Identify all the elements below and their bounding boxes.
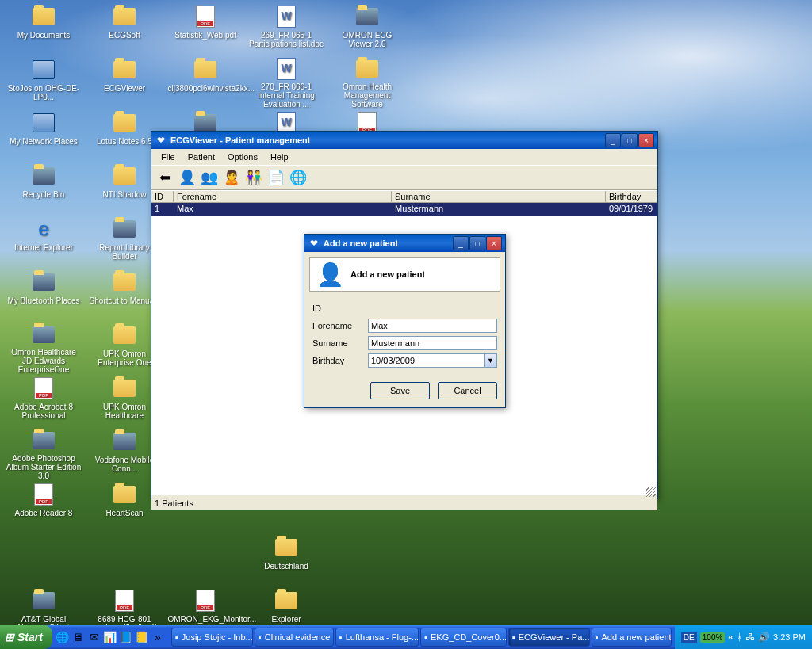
folder-icon (112, 269, 137, 295)
add-patient-dialog[interactable]: ❤ Add a new patient _ □ × 👤 Add a new pa… (304, 234, 506, 408)
resize-grip[interactable] (646, 487, 656, 497)
outlook-icon[interactable]: ✉ (87, 630, 102, 644)
desktop-item[interactable]: clj3800pcl6winvista2kx... (166, 57, 245, 109)
network-icon[interactable]: 🖧 (745, 632, 755, 643)
dialog-titlebar[interactable]: ❤ Add a new patient _ □ × (304, 235, 505, 252)
task-item-icon: ▪ (512, 632, 515, 642)
desktop-item[interactable]: Adobe Reader 8 (4, 482, 83, 533)
desktop-item-label: Omron Healthcare JD Edwards EnterpriseOn… (6, 348, 82, 374)
taskbar-item[interactable]: ▪ECGViewer - Pa... (508, 628, 590, 647)
quick-launch: 🌐 🖥 ✉ 📊 📘 📒 » (52, 630, 168, 644)
forename-input[interactable] (368, 319, 497, 333)
computer-icon (31, 110, 56, 136)
taskbar-item[interactable]: ▪Add a new patient (592, 628, 672, 647)
toolbar-user-group-icon[interactable]: 👫 (243, 167, 264, 188)
desktop-item[interactable]: ECGViewer (85, 57, 164, 109)
taskbar-item[interactable]: ▪EKG_CD_Cover0... (420, 628, 507, 647)
desktop-item[interactable]: Deutschland (247, 535, 326, 586)
desktop-icon[interactable]: 🖥 (71, 630, 86, 644)
desktop-item[interactable]: Recycle Bin (4, 163, 83, 215)
desktop-item[interactable]: Adobe Acrobat 8 Professional (4, 376, 83, 427)
desktop-item[interactable]: ECGSoft (85, 4, 164, 55)
folder-icon (112, 110, 137, 136)
titlebar[interactable]: ❤ ECGViewer - Patient management _ □ × (151, 132, 657, 149)
menu-patient[interactable]: Patient (182, 151, 221, 163)
save-button[interactable]: Save (370, 382, 430, 399)
menu-help[interactable]: Help (264, 151, 295, 163)
language-indicator[interactable]: DE (681, 632, 697, 643)
close-button[interactable]: × (638, 133, 654, 147)
desktop-item[interactable]: Omron Healthcare JD Edwards EnterpriseOn… (4, 323, 83, 374)
menu-file[interactable]: File (155, 151, 182, 163)
desktop-item[interactable]: Statistik_Web.pdf (166, 4, 245, 55)
birthday-combo[interactable]: 10/03/2009 ▼ (368, 353, 497, 368)
folder-icon (112, 57, 137, 82)
maximize-button[interactable]: □ (622, 133, 638, 147)
desktop-item-label: Adobe Acrobat 8 Professional (6, 403, 82, 420)
bluetooth-icon[interactable]: ᚼ (737, 632, 742, 643)
desktop-item[interactable]: Explorer (247, 588, 326, 625)
col-forename[interactable]: Forename (174, 191, 392, 202)
desktop-item[interactable]: 270_FR 066-1 Internal Training Evaluatio… (247, 57, 326, 109)
desktop-item[interactable]: 269_FR 065-1 Participations list.doc (247, 4, 326, 55)
start-label: Start (17, 631, 43, 643)
toolbar-new-icon[interactable]: 📄 (266, 167, 286, 188)
toolbar-edit-user-icon[interactable]: 👥 (199, 167, 220, 188)
desktop-item[interactable]: Adobe Photoshop Album Starter Edition 3.… (4, 429, 83, 480)
taskbar-item[interactable]: ▪Lufthansa - Flug-... (335, 628, 419, 647)
desktop-item-label: StoJos on OHG-DE-LP0... (6, 84, 82, 101)
cancel-button[interactable]: Cancel (438, 382, 497, 399)
desktop-item[interactable]: 8689 HCG-801 package(final).pdf (85, 588, 164, 625)
notes-icon[interactable]: 📒 (135, 630, 149, 644)
dialog-maximize-button[interactable]: □ (469, 236, 485, 250)
menu-options[interactable]: Options (221, 151, 264, 163)
desktop-item[interactable]: My Bluetooth Places (4, 269, 83, 321)
excel-icon[interactable]: 📊 (103, 630, 117, 644)
menubar: File Patient Options Help (151, 149, 657, 165)
ie-icon[interactable]: 🌐 (56, 630, 70, 644)
task-item-icon: ▪ (424, 632, 427, 642)
toolbar-delete-user-icon[interactable]: 🙎 (221, 167, 242, 188)
col-id[interactable]: ID (151, 191, 174, 202)
taskbar-item[interactable]: ▪Josip Stojic - Inb... (171, 628, 253, 647)
clock[interactable]: 3:23 PM (773, 632, 806, 642)
toolbar-back-icon[interactable]: ⬅ (155, 167, 175, 188)
tray-expand-icon[interactable]: « (728, 632, 733, 643)
desktop-item[interactable]: OMRON_EKG_Monitor... (166, 588, 245, 625)
app-icon (112, 216, 137, 242)
desktop-item[interactable]: My Network Places (4, 110, 83, 162)
table-row[interactable]: 1 Max Mustermann 09/01/1979 (151, 203, 657, 216)
taskbar-item[interactable]: ▪Clinical evidence (255, 628, 334, 647)
task-item-label: ECGViewer - Pa... (519, 632, 590, 642)
status-text: 1 Patients (155, 498, 193, 508)
battery-indicator[interactable]: 100% (700, 632, 726, 643)
desktop-item[interactable]: OMRON ECG Viewer 2.0 (327, 4, 407, 55)
desktop-item[interactable]: eInternet Explorer (4, 216, 83, 268)
dialog-close-button[interactable]: × (486, 236, 502, 250)
surname-input[interactable] (368, 336, 497, 350)
col-birthday[interactable]: Birthday (606, 191, 657, 202)
dropdown-icon[interactable]: ▼ (484, 354, 496, 367)
col-surname[interactable]: Surname (392, 191, 606, 202)
desktop-item[interactable]: AT&T Global Network Client (4, 588, 83, 625)
volume-icon[interactable]: 🔊 (758, 632, 770, 643)
toolbar-globe-icon[interactable]: 🌐 (288, 167, 308, 188)
desktop-item-label: My Network Places (10, 137, 78, 146)
id-label: ID (312, 304, 368, 313)
pdf-icon (193, 4, 218, 29)
minimize-button[interactable]: _ (605, 133, 621, 147)
desktop-item-label: Lotus Notes 6.5 (97, 137, 152, 146)
desktop-item[interactable]: My Documents (4, 4, 83, 55)
dialog-minimize-button[interactable]: _ (453, 236, 469, 250)
ql-expand-icon[interactable]: » (151, 630, 165, 644)
desktop-item[interactable]: StoJos on OHG-DE-LP0... (4, 57, 83, 109)
desktop-item[interactable]: Omron Health Management Software (327, 57, 407, 109)
start-button[interactable]: ⊞ Start (0, 625, 52, 649)
word-icon[interactable]: 📘 (119, 630, 133, 644)
table-body: 1 Max Mustermann 09/01/1979 (151, 203, 657, 216)
folder-icon (354, 57, 380, 81)
desktop[interactable]: My DocumentsECGSoftStatistik_Web.pdf269_… (0, 0, 812, 625)
system-tray[interactable]: DE 100% « ᚼ 🖧 🔊 3:23 PM (675, 625, 812, 649)
folder-icon (112, 376, 137, 401)
toolbar-add-user-icon[interactable]: 👤 (177, 167, 197, 188)
